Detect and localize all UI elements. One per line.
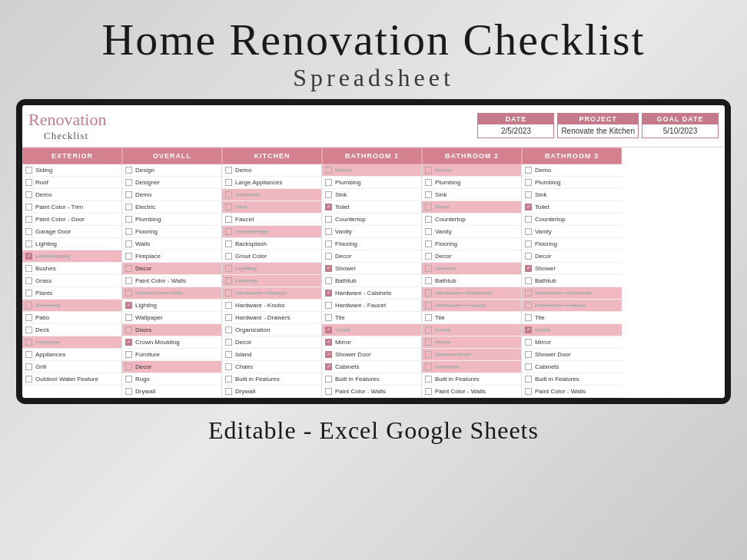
row-checkbox[interactable] [425, 290, 432, 297]
row-checkbox[interactable] [425, 179, 432, 186]
row-checkbox[interactable] [525, 290, 532, 297]
row-checkbox[interactable] [125, 376, 132, 383]
row-checkbox[interactable] [325, 326, 332, 333]
row-checkbox[interactable] [325, 265, 332, 272]
row-checkbox[interactable] [25, 216, 32, 223]
row-checkbox[interactable] [125, 363, 132, 370]
row-checkbox[interactable] [325, 290, 332, 297]
row-checkbox[interactable] [125, 265, 132, 272]
row-checkbox[interactable] [325, 351, 332, 358]
row-checkbox[interactable] [525, 191, 532, 198]
row-checkbox[interactable] [425, 376, 432, 383]
row-checkbox[interactable] [125, 167, 132, 174]
row-checkbox[interactable] [325, 216, 332, 223]
row-checkbox[interactable] [225, 179, 232, 186]
row-checkbox[interactable] [425, 314, 432, 321]
row-checkbox[interactable] [525, 228, 532, 235]
row-checkbox[interactable] [425, 167, 432, 174]
row-checkbox[interactable] [125, 326, 132, 333]
row-checkbox[interactable] [325, 388, 332, 395]
row-checkbox[interactable] [225, 290, 232, 297]
row-checkbox[interactable] [225, 253, 232, 260]
row-checkbox[interactable] [525, 351, 532, 358]
row-checkbox[interactable] [25, 314, 32, 321]
row-checkbox[interactable] [225, 363, 232, 370]
row-checkbox[interactable] [425, 363, 432, 370]
row-checkbox[interactable] [25, 204, 32, 210]
row-checkbox[interactable] [125, 314, 132, 321]
row-checkbox[interactable] [525, 339, 532, 346]
row-checkbox[interactable] [125, 204, 132, 210]
row-checkbox[interactable] [425, 253, 432, 260]
row-checkbox[interactable] [425, 216, 432, 223]
row-checkbox[interactable] [325, 363, 332, 370]
row-checkbox[interactable] [525, 204, 532, 210]
row-checkbox[interactable] [25, 376, 32, 383]
row-checkbox[interactable] [325, 191, 332, 198]
row-checkbox[interactable] [325, 228, 332, 235]
row-checkbox[interactable] [25, 179, 32, 186]
row-checkbox[interactable] [525, 363, 532, 370]
row-checkbox[interactable] [225, 191, 232, 198]
row-checkbox[interactable] [225, 240, 232, 247]
row-checkbox[interactable] [125, 228, 132, 235]
row-checkbox[interactable] [225, 351, 232, 358]
row-checkbox[interactable] [225, 265, 232, 272]
row-checkbox[interactable] [325, 277, 332, 284]
row-checkbox[interactable] [425, 265, 432, 272]
row-checkbox[interactable] [125, 179, 132, 186]
row-checkbox[interactable] [225, 376, 232, 383]
row-checkbox[interactable] [25, 339, 32, 346]
row-checkbox[interactable] [25, 290, 32, 297]
row-checkbox[interactable] [325, 314, 332, 321]
row-checkbox[interactable] [525, 326, 532, 333]
row-checkbox[interactable] [125, 240, 132, 247]
row-checkbox[interactable] [425, 240, 432, 247]
row-checkbox[interactable] [325, 376, 332, 383]
row-checkbox[interactable] [425, 204, 432, 210]
row-checkbox[interactable] [25, 167, 32, 174]
row-checkbox[interactable] [525, 388, 532, 395]
row-checkbox[interactable] [125, 290, 132, 297]
row-checkbox[interactable] [525, 167, 532, 174]
row-checkbox[interactable] [425, 302, 432, 309]
row-checkbox[interactable] [125, 253, 132, 260]
row-checkbox[interactable] [25, 253, 32, 260]
row-checkbox[interactable] [525, 265, 532, 272]
row-checkbox[interactable] [525, 253, 532, 260]
row-checkbox[interactable] [225, 326, 232, 333]
row-checkbox[interactable] [525, 277, 532, 284]
row-checkbox[interactable] [425, 277, 432, 284]
row-checkbox[interactable] [225, 216, 232, 223]
row-checkbox[interactable] [325, 240, 332, 247]
row-checkbox[interactable] [525, 179, 532, 186]
row-checkbox[interactable] [125, 191, 132, 198]
row-checkbox[interactable] [425, 228, 432, 235]
row-checkbox[interactable] [525, 240, 532, 247]
row-checkbox[interactable] [225, 204, 232, 210]
row-checkbox[interactable] [25, 277, 32, 284]
row-checkbox[interactable] [225, 314, 232, 321]
row-checkbox[interactable] [425, 388, 432, 395]
row-checkbox[interactable] [525, 216, 532, 223]
row-checkbox[interactable] [25, 240, 32, 247]
row-checkbox[interactable] [125, 277, 132, 284]
row-checkbox[interactable] [525, 314, 532, 321]
row-checkbox[interactable] [425, 191, 432, 198]
row-checkbox[interactable] [225, 339, 232, 346]
row-checkbox[interactable] [225, 302, 232, 309]
row-checkbox[interactable] [25, 351, 32, 358]
row-checkbox[interactable] [25, 302, 32, 309]
row-checkbox[interactable] [25, 363, 32, 370]
row-checkbox[interactable] [125, 216, 132, 223]
row-checkbox[interactable] [25, 326, 32, 333]
row-checkbox[interactable] [225, 388, 232, 395]
row-checkbox[interactable] [425, 351, 432, 358]
row-checkbox[interactable] [25, 191, 32, 198]
row-checkbox[interactable] [425, 339, 432, 346]
row-checkbox[interactable] [225, 228, 232, 235]
row-checkbox[interactable] [325, 302, 332, 309]
row-checkbox[interactable] [325, 339, 332, 346]
row-checkbox[interactable] [125, 302, 132, 309]
row-checkbox[interactable] [25, 265, 32, 272]
